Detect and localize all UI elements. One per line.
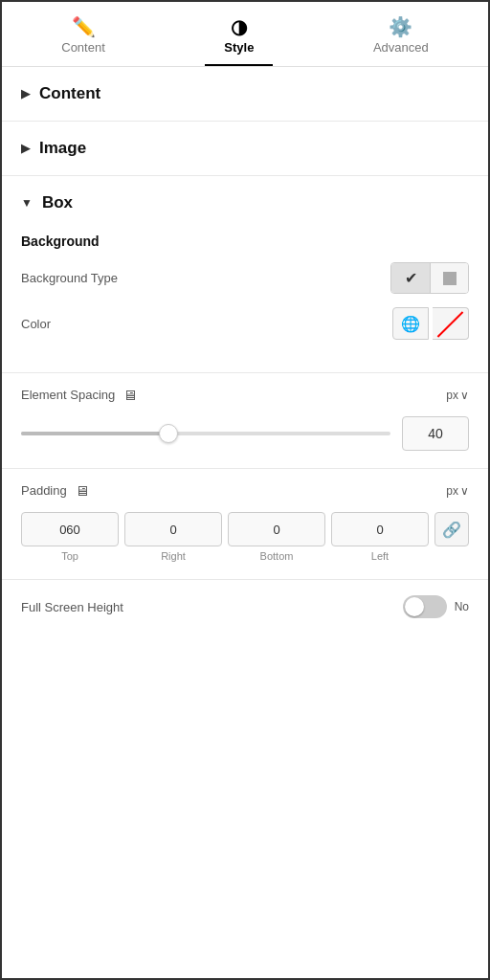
padding-right-label: Right [161, 550, 186, 562]
padding-unit-selector[interactable]: px ∨ [446, 484, 469, 498]
section-box: ▼ Box Background Background Type ✔ Color… [2, 176, 488, 373]
padding-right-input[interactable] [124, 512, 222, 546]
background-type-row: Background Type ✔ [21, 262, 469, 294]
section-box-label: Box [42, 193, 73, 212]
padding-section: Padding 🖥 px ∨ Top Right Bottom Left 🔗 [2, 469, 488, 580]
tab-bar: ✏️ Content ◑ Style ⚙️ Advanced [2, 2, 488, 67]
arrow-right-icon: ▶ [21, 87, 30, 100]
checkmark-icon: ✔ [405, 269, 417, 287]
padding-bottom-label: Bottom [260, 550, 294, 562]
section-content: ▶ Content [2, 67, 488, 122]
padding-bottom-field: Bottom [228, 512, 325, 562]
padding-left-field: Left [331, 512, 429, 562]
section-content-label: Content [39, 84, 100, 103]
tab-advanced[interactable]: ⚙️ Advanced [354, 11, 448, 66]
fullscreen-section: Full Screen Height No [2, 580, 488, 634]
element-spacing-fill [21, 432, 168, 435]
section-content-header[interactable]: ▶ Content [2, 67, 488, 121]
background-type-toggle: ✔ [390, 262, 469, 294]
element-spacing-slider-row [21, 416, 469, 451]
element-spacing-thumb[interactable] [159, 424, 178, 443]
element-spacing-unit-selector[interactable]: px ∨ [446, 389, 469, 402]
padding-label-group: Padding 🖥 [21, 482, 89, 499]
color-label: Color [21, 317, 51, 331]
tab-content-label: Content [61, 40, 105, 55]
fullscreen-toggle-thumb [405, 597, 424, 616]
fullscreen-toggle-label: No [455, 600, 469, 613]
slash-icon [437, 311, 464, 338]
color-none-btn[interactable] [433, 307, 469, 340]
fullscreen-toggle[interactable] [403, 595, 447, 618]
halfcircle-icon: ◑ [231, 17, 247, 36]
square-icon [443, 272, 457, 285]
padding-header-row: Padding 🖥 px ∨ [21, 482, 469, 499]
padding-top-input[interactable] [21, 512, 119, 546]
padding-inputs-row: Top Right Bottom Left 🔗 [21, 512, 469, 562]
element-spacing-track[interactable] [21, 432, 390, 435]
section-image-label: Image [39, 139, 86, 158]
section-image: ▶ Image [2, 122, 488, 176]
padding-link-btn[interactable]: 🔗 [434, 512, 469, 546]
padding-bottom-input[interactable] [228, 512, 325, 546]
padding-left-input[interactable] [331, 512, 429, 546]
element-spacing-header-row: Element Spacing 🖥 px ∨ [21, 387, 469, 403]
section-image-header[interactable]: ▶ Image [2, 122, 488, 175]
element-spacing-slider-container [21, 416, 469, 451]
fullscreen-label: Full Screen Height [21, 600, 123, 614]
element-spacing-label-group: Element Spacing 🖥 [21, 387, 137, 403]
bg-type-solid-btn[interactable]: ✔ [391, 263, 430, 293]
element-spacing-label: Element Spacing [21, 388, 115, 402]
padding-label: Padding [21, 483, 67, 498]
box-content: Background Background Type ✔ Color 🌐 [2, 230, 488, 372]
padding-left-label: Left [371, 550, 389, 562]
tab-advanced-label: Advanced [373, 40, 429, 55]
element-spacing-value[interactable] [402, 416, 469, 451]
element-spacing-section: Element Spacing 🖥 px ∨ [2, 373, 488, 469]
gear-icon: ⚙️ [389, 17, 412, 36]
element-spacing-unit: px [446, 389, 458, 402]
section-box-header[interactable]: ▼ Box [2, 176, 488, 230]
padding-top-label: Top [61, 550, 78, 562]
color-global-btn[interactable]: 🌐 [392, 307, 429, 340]
color-controls: 🌐 [392, 307, 469, 340]
background-section-label: Background [21, 230, 469, 249]
tab-style[interactable]: ◑ Style [205, 11, 273, 66]
background-type-label: Background Type [21, 271, 118, 285]
padding-unit: px [446, 484, 458, 498]
padding-top-field: Top [21, 512, 119, 562]
padding-unit-arrow: ∨ [460, 484, 469, 498]
padding-right-field: Right [124, 512, 222, 562]
arrow-right-image-icon: ▶ [21, 142, 30, 155]
globe-icon: 🌐 [401, 315, 420, 333]
padding-monitor-icon: 🖥 [75, 482, 89, 499]
tab-style-label: Style [224, 40, 254, 55]
pencil-icon: ✏️ [72, 17, 96, 36]
tab-content[interactable]: ✏️ Content [42, 11, 124, 66]
link-icon: 🔗 [442, 521, 461, 539]
fullscreen-toggle-container: No [403, 595, 469, 618]
arrow-down-box-icon: ▼ [21, 196, 33, 210]
monitor-icon: 🖥 [122, 387, 137, 403]
bg-type-gradient-btn[interactable] [430, 263, 468, 293]
color-row: Color 🌐 [21, 307, 469, 340]
element-spacing-unit-arrow: ∨ [460, 389, 469, 402]
